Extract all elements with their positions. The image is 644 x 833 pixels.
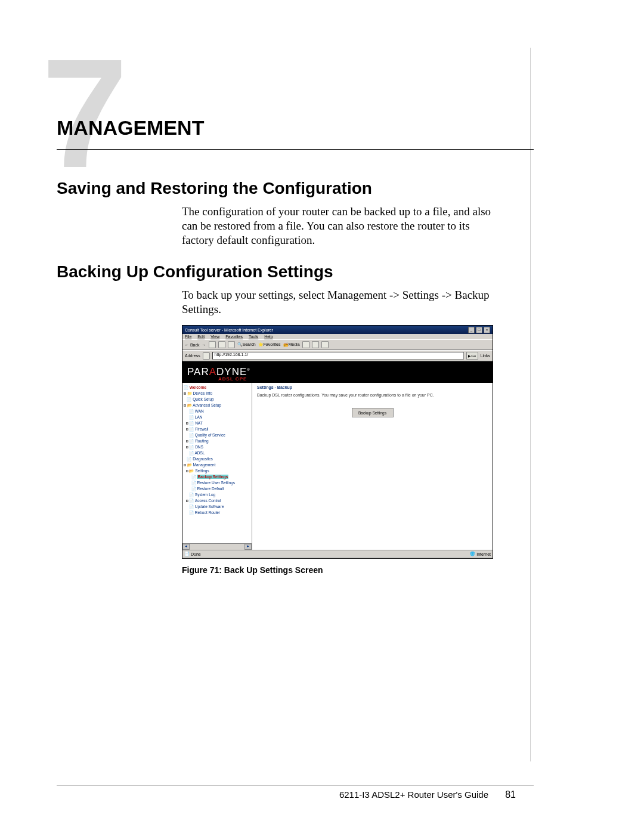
brand-banner: PARADYNE® ADSL CPE: [182, 361, 493, 383]
close-icon[interactable]: ×: [484, 327, 490, 333]
page-icon: [203, 352, 210, 360]
nav-wan[interactable]: 📄 WAN: [184, 408, 250, 414]
screenshot-figure: Consult Tool server - Microsoft Internet…: [182, 325, 493, 559]
nav-tree: 📄 Welcome ⊞ 📁 Device Info 📄 Quick Setup …: [182, 383, 252, 550]
window-titlebar: Consult Tool server - Microsoft Internet…: [182, 326, 493, 334]
minimize-icon[interactable]: _: [468, 327, 475, 333]
nav-device-info[interactable]: ⊞ 📁 Device Info: [184, 391, 250, 397]
menu-bar: File Edit View Favorites Tools Help: [182, 334, 493, 339]
search-button[interactable]: 🔍Search: [237, 342, 256, 347]
menu-help[interactable]: Help: [264, 335, 273, 339]
nav-firewall[interactable]: ⊞ 📄 Firewall: [184, 426, 250, 432]
nav-toolbar: ← Back → 🔍Search ⭐Favorites 📻Media: [182, 339, 493, 350]
nav-update-software[interactable]: 📄 Update Software: [184, 504, 250, 510]
nav-welcome[interactable]: 📄 Welcome: [184, 385, 250, 391]
nav-restore-default[interactable]: 📄 Restore Default: [184, 486, 250, 492]
section-heading-backup: Backing Up Configuration Settings: [57, 262, 333, 281]
content-area: 📄 Welcome ⊞ 📁 Device Info 📄 Quick Setup …: [182, 383, 493, 550]
nav-lan[interactable]: 📄 LAN: [184, 414, 250, 420]
address-label: Address: [185, 354, 200, 358]
forward-button[interactable]: →: [202, 343, 206, 347]
nav-routing[interactable]: ⊞ 📄 Routing: [184, 438, 250, 444]
section-heading-saving: Saving and Restoring the Configuration: [57, 179, 372, 198]
nav-reboot[interactable]: 📄 Reboot Router: [184, 510, 250, 516]
chapter-number: 7: [42, 36, 122, 191]
figure-caption: Figure 71: Back Up Settings Screen: [182, 565, 323, 575]
section-body-backup: To back up your settings, select Managem…: [182, 288, 522, 317]
nav-advanced-setup[interactable]: ⊟ 📂 Advanced Setup: [184, 402, 250, 408]
nav-diagnostics[interactable]: 📄 Diagnostics: [184, 456, 250, 462]
menu-favorites[interactable]: Favorites: [225, 335, 243, 339]
panel-text: Backup DSL router configurations. You ma…: [257, 393, 488, 397]
scroll-left-icon[interactable]: ◄: [182, 544, 190, 550]
status-bar: 📄 Done 🌐 Internet: [182, 550, 493, 558]
nav-system-log[interactable]: 📄 System Log: [184, 492, 250, 498]
chapter-title: MANAGEMENT: [57, 116, 204, 140]
status-right: 🌐 Internet: [470, 552, 491, 556]
panel-title: Settings - Backup: [257, 385, 488, 389]
nav-quick-setup[interactable]: 📄 Quick Setup: [184, 397, 250, 402]
nav-backup-settings[interactable]: 📄 Backup Settings: [184, 474, 250, 480]
status-left: 📄 Done: [184, 552, 201, 556]
nav-settings[interactable]: ⊟ 📂 Settings: [184, 468, 250, 474]
refresh-icon[interactable]: [218, 341, 225, 348]
stop-icon[interactable]: [209, 341, 216, 348]
window-title: Consult Tool server - Microsoft Internet…: [185, 328, 273, 332]
main-panel: Settings - Backup Backup DSL router conf…: [252, 383, 493, 550]
home-icon[interactable]: [228, 341, 235, 348]
nav-restore-user[interactable]: 📄 Restore User Settings: [184, 480, 250, 486]
menu-tools[interactable]: Tools: [249, 335, 258, 339]
brand-subtitle: ADSL CPE: [218, 376, 247, 382]
page-footer: 6211-I3 ADSL2+ Router User's Guide 81: [57, 785, 534, 800]
address-toolbar: Address http://192.168.1.1/ ▶Go Links: [182, 350, 493, 361]
links-label[interactable]: Links: [481, 354, 490, 358]
history-icon[interactable]: [302, 341, 309, 348]
title-rule: [57, 149, 534, 150]
maximize-icon[interactable]: □: [476, 327, 482, 333]
mail-icon[interactable]: [312, 341, 319, 348]
back-button[interactable]: ← Back: [185, 343, 200, 347]
media-button[interactable]: 📻Media: [283, 342, 300, 347]
section-body-saving: The configuration of your router can be …: [182, 205, 504, 247]
go-button[interactable]: ▶Go: [466, 352, 478, 360]
nav-dns[interactable]: ⊞ 📄 DNS: [184, 444, 250, 450]
scroll-right-icon[interactable]: ►: [244, 544, 252, 550]
print-icon[interactable]: [321, 341, 329, 348]
nav-nat[interactable]: ⊞ 📄 NAT: [184, 420, 250, 426]
nav-adsl[interactable]: 📄 ADSL: [184, 450, 250, 456]
menu-file[interactable]: File: [185, 335, 191, 339]
backup-settings-button[interactable]: Backup Settings: [352, 408, 394, 417]
menu-view[interactable]: View: [210, 335, 219, 339]
footer-guide-name: 6211-I3 ADSL2+ Router User's Guide: [339, 789, 488, 800]
footer-page-number: 81: [505, 789, 516, 800]
favorites-button[interactable]: ⭐Favorites: [258, 342, 281, 347]
nav-access-control[interactable]: ⊞ 📄 Access Control: [184, 498, 250, 504]
address-input[interactable]: http://192.168.1.1/: [212, 352, 464, 360]
window-buttons: _ □ ×: [468, 327, 490, 333]
nav-qos[interactable]: 📄 Quality of Service: [184, 432, 250, 438]
menu-edit[interactable]: Edit: [197, 335, 205, 339]
nav-management[interactable]: ⊟ 📂 Management: [184, 462, 250, 468]
tree-scrollbar[interactable]: ◄ ►: [182, 543, 252, 550]
